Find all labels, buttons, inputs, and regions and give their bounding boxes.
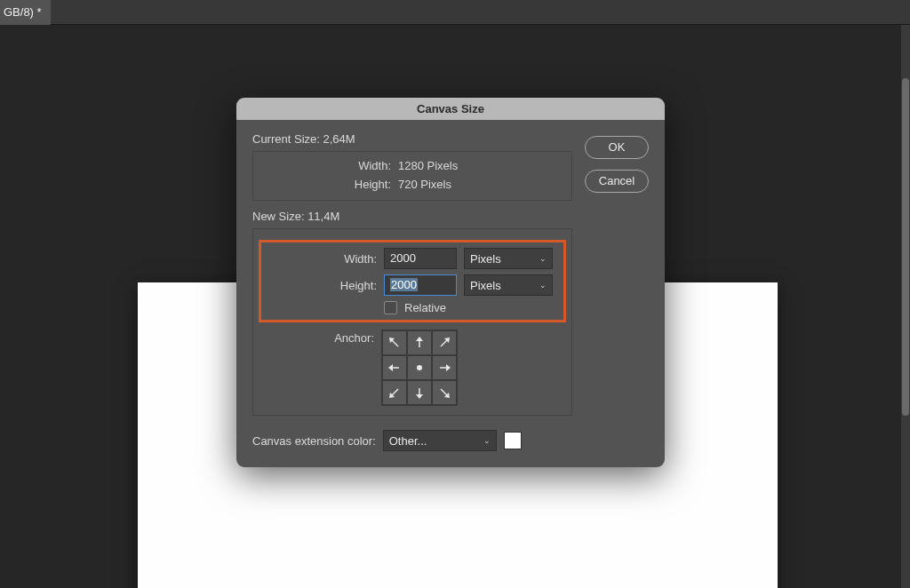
extension-color-label: Canvas extension color: [252,434,376,448]
height-input[interactable]: 2000 [384,274,457,296]
anchor-nw[interactable] [382,330,407,355]
chevron-down-icon: ⌄ [483,436,491,445]
height-unit-select[interactable]: Pixels ⌄ [464,274,553,296]
anchor-s[interactable] [407,380,432,405]
anchor-ne[interactable] [432,330,457,355]
current-height-value: 720 Pixels [398,178,451,191]
tab-label: GB/8) * [4,5,42,19]
new-size-box: Width: 2000 Pixels ⌄ Height: 2000 Pixels… [252,228,572,416]
svg-marker-3 [416,337,423,341]
current-width-label: Width: [262,159,391,172]
canvas-size-dialog: Canvas Size OK Cancel Current Size: 2,64… [236,98,665,467]
anchor-label: Anchor: [259,330,374,345]
relative-checkbox[interactable] [384,301,397,314]
anchor-e[interactable] [432,355,457,380]
current-size-box: Width: 1280 Pixels Height: 720 Pixels [252,151,572,201]
tab-bar: GB/8) * [0,0,910,25]
svg-point-8 [417,365,422,370]
new-width-label: Width: [268,252,377,266]
new-size-label: New Size: 11,4M [252,210,572,223]
svg-marker-10 [446,364,451,371]
extension-color-select[interactable]: Other... ⌄ [383,430,497,451]
anchor-se[interactable] [432,380,457,405]
cancel-button[interactable]: Cancel [585,170,649,193]
vertical-scrollbar[interactable] [901,25,910,588]
highlight-annotation: Width: 2000 Pixels ⌄ Height: 2000 Pixels… [259,240,566,322]
anchor-sw[interactable] [382,380,407,405]
current-size-label: Current Size: 2,64M [252,132,572,146]
chevron-down-icon: ⌄ [539,254,547,263]
svg-marker-14 [416,394,423,399]
dialog-title: Canvas Size [236,98,665,120]
current-width-value: 1280 Pixels [398,159,458,172]
svg-marker-7 [388,364,393,371]
anchor-w[interactable] [382,355,407,380]
relative-label: Relative [404,301,446,314]
anchor-n[interactable] [407,330,432,355]
scrollbar-thumb[interactable] [902,78,909,416]
ok-button[interactable]: OK [585,136,649,159]
anchor-grid [381,330,458,406]
new-height-label: Height: [268,279,377,292]
anchor-center[interactable] [407,355,432,380]
width-unit-select[interactable]: Pixels ⌄ [464,248,553,269]
width-input[interactable]: 2000 [384,248,457,269]
extension-color-swatch[interactable] [504,432,522,449]
current-height-label: Height: [262,178,391,191]
chevron-down-icon: ⌄ [539,281,547,290]
document-tab[interactable]: GB/8) * [0,0,51,25]
